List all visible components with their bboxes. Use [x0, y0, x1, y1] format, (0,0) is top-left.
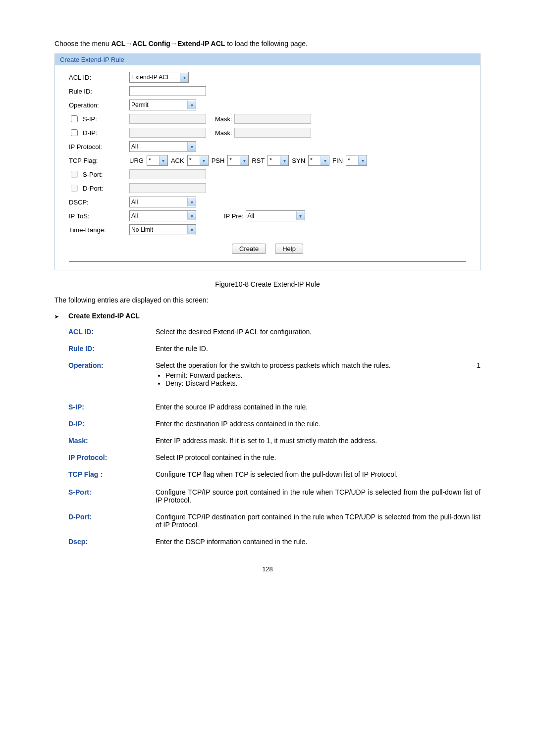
def-desc-ruleid: Enter the rule ID. — [156, 345, 481, 353]
chevron-down-icon: ▾ — [187, 225, 196, 234]
intro-text: Choose the menu ACL→ACL Config→Extend-IP… — [54, 40, 481, 48]
select-dscp[interactable]: All▾ — [129, 197, 196, 207]
label-acl-id: ACL ID: — [69, 74, 129, 81]
form-header: Create Extend-IP Rule — [55, 54, 480, 65]
chevron-down-icon: ▾ — [180, 73, 188, 82]
chevron-down-icon: ▾ — [296, 211, 305, 220]
label-sip-mask: Mask: — [215, 115, 232, 123]
select-ippre[interactable]: All▾ — [246, 210, 305, 221]
input-dport[interactable] — [129, 183, 206, 193]
label-ip-protocol: IP Protocol: — [69, 143, 129, 151]
help-button[interactable]: Help — [275, 244, 303, 254]
def-desc-aclid: Select the desired Extend-IP ACL for con… — [156, 328, 481, 336]
flag-select-ack[interactable]: *▾ — [187, 155, 209, 166]
form-panel: Create Extend-IP Rule ACL ID: Extend-IP … — [54, 53, 481, 270]
label-sport: S-Port: — [69, 169, 129, 179]
label-dport: D-Port: — [69, 183, 129, 193]
def-desc-dport: Configure TCP/IP destination port contai… — [156, 513, 481, 529]
def-desc-tcpflag: Configure TCP flag when TCP is selected … — [156, 470, 481, 478]
label-rule-id: Rule ID: — [69, 88, 129, 95]
page-number: 128 — [54, 565, 481, 573]
def-term-operation: Operation: — [68, 361, 156, 369]
select-acl-id[interactable]: Extend-IP ACL▾ — [129, 72, 189, 83]
label-tcp-flag: TCP Flag: — [69, 157, 129, 164]
flag-select-rst[interactable]: *▾ — [268, 155, 289, 166]
chevron-down-icon: ▾ — [187, 211, 196, 220]
def-term-tcpflag: TCP Flag： — [68, 470, 156, 479]
flag-label-syn: SYN — [292, 157, 305, 164]
def-desc-sport: Configure TCP/IP source port contained i… — [156, 488, 481, 504]
chevron-down-icon: ▾ — [358, 156, 367, 165]
select-timerange[interactable]: No Limit▾ — [129, 224, 196, 235]
input-sport[interactable] — [129, 169, 206, 179]
label-dscp: DSCP: — [69, 199, 129, 206]
def-desc-dscp: Enter the DSCP information contained in … — [156, 538, 481, 546]
input-rule-id[interactable] — [129, 86, 206, 96]
input-dip-mask[interactable] — [234, 128, 311, 138]
flag-label-rst: RST — [252, 157, 265, 164]
chevron-down-icon: ▾ — [159, 156, 167, 165]
label-dip: D-IP: — [69, 128, 129, 138]
chevron-down-icon: ▾ — [187, 101, 196, 109]
def-desc-mask: Enter IP address mask. If it is set to 1… — [156, 437, 481, 445]
def-term-dip: D-IP: — [68, 420, 156, 428]
def-desc-dip: Enter the destination IP address contain… — [156, 420, 481, 428]
def-term-dport: D-Port: — [68, 513, 156, 521]
def-desc-operation: Select the operation for the switch to p… — [156, 361, 481, 394]
flag-label-psh: PSH — [212, 157, 225, 164]
checkbox-dport[interactable] — [71, 185, 78, 192]
flag-select-syn[interactable]: *▾ — [308, 155, 329, 166]
label-dip-mask: Mask: — [215, 129, 232, 137]
def-term-mask: Mask: — [68, 437, 156, 445]
def-term-sport: S-Port: — [68, 488, 156, 496]
chevron-down-icon: ▾ — [187, 142, 196, 151]
flag-select-psh[interactable]: *▾ — [227, 155, 249, 166]
flag-select-urg[interactable]: *▾ — [147, 155, 168, 166]
flag-label-fin: FIN — [332, 157, 343, 164]
figure-caption: Figure10-8 Create Extend-IP Rule — [54, 280, 481, 288]
select-iptos[interactable]: All▾ — [129, 210, 196, 221]
checkbox-dip[interactable] — [71, 129, 78, 136]
input-sip-mask[interactable] — [234, 114, 311, 124]
def-term-sip: S-IP: — [68, 403, 156, 411]
flag-select-fin[interactable]: *▾ — [346, 155, 367, 166]
def-desc-sip: Enter the source IP address contained in… — [156, 403, 481, 411]
label-sip: S-IP: — [69, 114, 129, 124]
entries-line: The following entries are displayed on t… — [54, 296, 481, 304]
checkbox-sport[interactable] — [71, 171, 78, 178]
tcp-flags: URG*▾ACK*▾PSH*▾RST*▾SYN*▾FIN*▾ — [129, 155, 367, 166]
chevron-down-icon: ▾ — [321, 156, 329, 165]
chevron-down-icon: ▾ — [240, 156, 248, 165]
select-operation[interactable]: Permit▾ — [129, 100, 196, 110]
chevron-down-icon: ▾ — [200, 156, 208, 165]
input-sip[interactable] — [129, 114, 206, 124]
checkbox-sip[interactable] — [71, 115, 78, 122]
select-ip-protocol[interactable]: All▾ — [129, 141, 196, 152]
label-iptos: IP ToS: — [69, 212, 129, 220]
def-desc-ipprotocol: Select IP protocol contained in the rule… — [156, 454, 481, 461]
def-term-dscp: Dscp: — [68, 538, 156, 546]
create-button[interactable]: Create — [232, 244, 266, 254]
label-ippre: IP Pre: — [224, 212, 244, 220]
def-term-ruleid: Rule ID: — [68, 345, 156, 353]
flag-label-ack: ACK — [171, 157, 184, 164]
chevron-down-icon: ▾ — [187, 198, 196, 206]
def-term-aclid: ACL ID: — [68, 328, 156, 336]
label-timerange: Time-Range: — [69, 226, 129, 234]
flag-label-urg: URG — [129, 157, 144, 164]
chevron-down-icon: ▾ — [280, 156, 288, 165]
label-operation: Operation: — [69, 101, 129, 109]
section-subhead: Create Extend-IP ACL — [54, 312, 481, 320]
input-dip[interactable] — [129, 128, 206, 138]
def-term-ipprotocol: IP Protocol: — [68, 454, 156, 461]
